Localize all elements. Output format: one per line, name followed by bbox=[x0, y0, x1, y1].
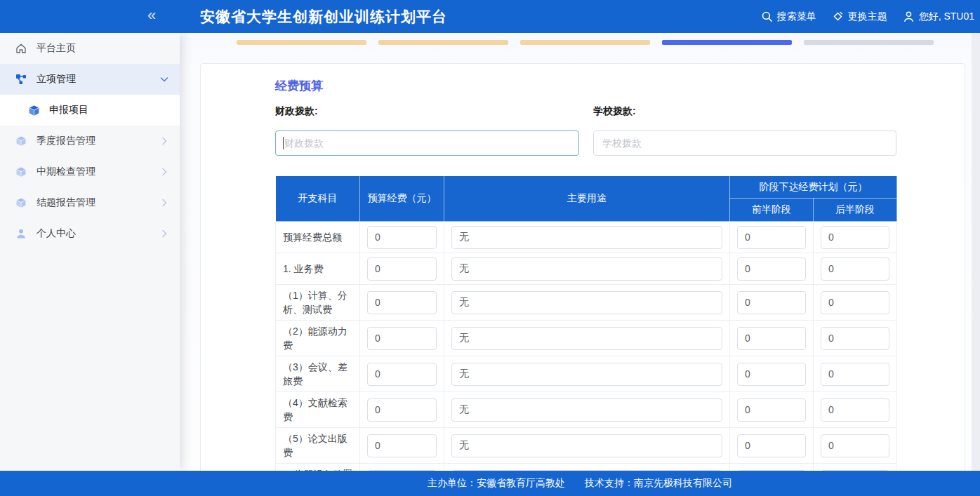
change-theme-button[interactable]: 更换主题 bbox=[832, 11, 887, 23]
first-half-input[interactable] bbox=[737, 226, 806, 249]
sidebar-item-label: 个人中心 bbox=[37, 227, 76, 240]
budget-amount-input[interactable] bbox=[367, 363, 437, 386]
usage-input[interactable] bbox=[451, 434, 722, 457]
sidebar: 平台主页 立项管理 申报项目 季度报告管理 bbox=[0, 33, 180, 471]
row-subject: 2. 仪器设备购置费 bbox=[276, 464, 360, 471]
app-root: « 安徽省大学生创新创业训练计划平台 搜索菜单 更换主题 您好, STU01 bbox=[0, 0, 980, 496]
second-half-input[interactable] bbox=[821, 327, 889, 350]
row-subject: （2）能源动力费 bbox=[276, 321, 360, 356]
budget-amount-input[interactable] bbox=[367, 398, 437, 422]
first-half-input[interactable] bbox=[737, 291, 806, 314]
user-icon bbox=[903, 11, 915, 22]
financial-allocation-label: 财政拨款: bbox=[275, 105, 579, 118]
table-row: （4）文献检索费 bbox=[276, 392, 897, 428]
user-account-button[interactable]: 您好, STU01 bbox=[903, 11, 974, 23]
second-half-input[interactable] bbox=[821, 363, 889, 386]
usage-input[interactable] bbox=[451, 327, 722, 350]
usage-input[interactable] bbox=[451, 291, 722, 314]
table-row: （1）计算、分析、测试费 bbox=[276, 285, 897, 321]
second-half-input[interactable] bbox=[821, 257, 889, 281]
col-header-first-half: 前半阶段 bbox=[730, 199, 814, 222]
sidebar-collapse-icon[interactable]: « bbox=[147, 5, 156, 26]
step-bar-4[interactable] bbox=[662, 40, 792, 45]
footer-support-label: 技术支持：南京先极科技有限公司 bbox=[585, 477, 732, 490]
financial-allocation-input[interactable] bbox=[275, 130, 579, 156]
sidebar-item-personal-center[interactable]: 个人中心 bbox=[0, 218, 180, 249]
person-icon bbox=[15, 228, 27, 239]
sidebar-item-label: 申报项目 bbox=[49, 104, 88, 116]
row-subject: （5）论文出版费 bbox=[276, 428, 360, 464]
sidebar-item-label: 季度报告管理 bbox=[37, 135, 95, 147]
search-icon bbox=[761, 11, 773, 22]
search-menu-label: 搜索菜单 bbox=[777, 11, 816, 23]
col-header-stage-group: 阶段下达经费计划（元） bbox=[730, 176, 897, 199]
col-header-subject: 开支科目 bbox=[276, 176, 360, 222]
col-header-budget: 预算经费（元） bbox=[360, 176, 444, 222]
step-bar-2[interactable] bbox=[378, 40, 508, 45]
step-bar-5[interactable] bbox=[804, 40, 934, 45]
app-footer: 主办单位：安徽省教育厅高教处 技术支持：南京先极科技有限公司 bbox=[0, 471, 980, 496]
col-header-second-half: 后半阶段 bbox=[814, 199, 897, 222]
cube-icon bbox=[15, 197, 27, 208]
school-allocation-field: 学校拨款: bbox=[593, 105, 896, 156]
step-bar-1[interactable] bbox=[237, 40, 366, 45]
col-header-usage: 主要用途 bbox=[444, 176, 730, 222]
sidebar-item-project-management[interactable]: 立项管理 bbox=[0, 64, 180, 95]
budget-amount-input[interactable] bbox=[367, 226, 437, 249]
chevron-down-icon bbox=[159, 74, 170, 87]
sidebar-item-home[interactable]: 平台主页 bbox=[0, 33, 180, 64]
row-subject: 1. 业务费 bbox=[276, 253, 360, 285]
budget-amount-input[interactable] bbox=[367, 434, 437, 457]
sitemap-icon bbox=[15, 74, 27, 85]
text-caret bbox=[283, 137, 284, 149]
sidebar-item-label: 中期检查管理 bbox=[37, 166, 95, 178]
sidebar-item-declare-project[interactable]: 申报项目 bbox=[0, 95, 180, 126]
first-half-input[interactable] bbox=[737, 257, 806, 281]
first-half-input[interactable] bbox=[737, 398, 806, 422]
table-row: 1. 业务费 bbox=[276, 253, 897, 285]
sidebar-item-quarterly-report[interactable]: 季度报告管理 bbox=[0, 126, 180, 156]
main-content: 经费预算 财政拨款: 学校拨款: bbox=[180, 33, 980, 471]
second-half-input[interactable] bbox=[821, 398, 889, 422]
first-half-input[interactable] bbox=[737, 363, 806, 386]
usage-input[interactable] bbox=[451, 363, 722, 386]
budget-form-panel: 经费预算 财政拨款: 学校拨款: bbox=[200, 63, 965, 471]
sidebar-item-label: 平台主页 bbox=[37, 42, 76, 55]
school-allocation-label: 学校拨款: bbox=[593, 105, 896, 118]
section-title: 经费预算 bbox=[275, 78, 896, 94]
second-half-input[interactable] bbox=[821, 291, 889, 314]
budget-amount-input[interactable] bbox=[367, 327, 437, 350]
table-row: （2）能源动力费 bbox=[276, 321, 897, 356]
sidebar-item-final-report[interactable]: 结题报告管理 bbox=[0, 187, 180, 218]
row-subject: 预算经费总额 bbox=[276, 222, 360, 253]
cube-icon bbox=[15, 135, 27, 147]
footer-host-label: 主办单位：安徽省教育厅高教处 bbox=[428, 477, 565, 490]
page-title: 安徽省大学生创新创业训练计划平台 bbox=[200, 0, 447, 33]
header-actions: 搜索菜单 更换主题 您好, STU01 bbox=[761, 0, 974, 33]
step-bar-3[interactable] bbox=[520, 40, 650, 45]
financial-allocation-field: 财政拨款: bbox=[275, 105, 579, 156]
usage-input[interactable] bbox=[451, 398, 722, 422]
sidebar-item-label: 结题报告管理 bbox=[37, 196, 95, 209]
first-half-input[interactable] bbox=[737, 434, 806, 457]
search-menu-button[interactable]: 搜索菜单 bbox=[761, 11, 816, 23]
chevron-right-icon bbox=[159, 135, 170, 149]
second-half-input[interactable] bbox=[821, 226, 889, 249]
chevron-right-icon bbox=[159, 166, 170, 180]
school-allocation-input[interactable] bbox=[593, 130, 896, 156]
budget-amount-input[interactable] bbox=[367, 257, 437, 281]
user-greeting-label: 您好, STU01 bbox=[919, 11, 974, 23]
sidebar-item-midterm-check[interactable]: 中期检查管理 bbox=[0, 156, 180, 187]
app-header: « 安徽省大学生创新创业训练计划平台 搜索菜单 更换主题 您好, STU01 bbox=[0, 0, 980, 33]
cube-icon bbox=[28, 105, 39, 116]
chevron-right-icon bbox=[159, 197, 170, 210]
budget-amount-input[interactable] bbox=[367, 291, 437, 314]
second-half-input[interactable] bbox=[821, 434, 889, 457]
vertical-scrollbar[interactable] bbox=[972, 33, 980, 471]
sidebar-item-label: 立项管理 bbox=[37, 73, 76, 86]
usage-input[interactable] bbox=[451, 226, 722, 249]
first-half-input[interactable] bbox=[737, 327, 806, 350]
cube-icon bbox=[15, 166, 27, 177]
form-step-progress bbox=[237, 40, 934, 45]
usage-input[interactable] bbox=[451, 257, 722, 281]
